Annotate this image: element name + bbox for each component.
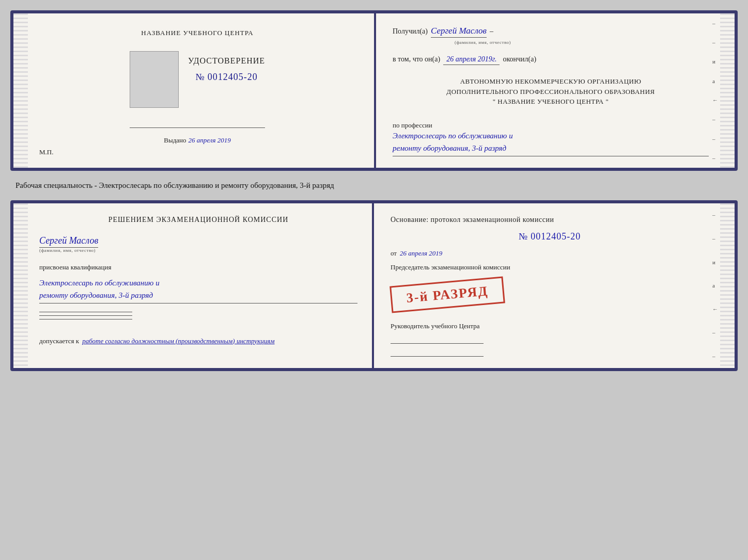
certificate-bottom: Решением экзаменационной комиссии Сергей… — [10, 200, 738, 371]
photo-placeholder — [130, 51, 179, 108]
page-wrapper: НАЗВАНИЕ УЧЕБНОГО ЦЕНТРА УДОСТОВЕРЕНИЕ №… — [10, 10, 738, 371]
dash: – — [490, 27, 493, 36]
cert-top-right: Получил(а) Сергей Маслов – (фамилия, имя… — [376, 13, 735, 168]
cert-bottom-right: Основание: протокол экзаменационной коми… — [374, 203, 735, 368]
sig-line-3 — [39, 319, 132, 319]
fio-sub-top: (фамилия, имя, отчество) — [455, 40, 709, 45]
sig-line-1 — [39, 312, 132, 312]
org-line2: ДОПОЛНИТЕЛЬНОГО ПРОФЕССИОНАЛЬНОГО ОБРАЗО… — [393, 87, 709, 97]
allowed-block: допускается к работе согласно должностны… — [39, 332, 357, 345]
profession-line1: Электрослесарь по обслуживанию и — [393, 130, 709, 142]
decision-title: Решением экзаменационной комиссии — [39, 216, 357, 224]
org-text: АВТОНОМНУЮ НЕКОММЕРЧЕСКУЮ ОРГАНИЗАЦИЮ ДО… — [393, 76, 709, 107]
allowed-label: допускается к — [39, 337, 79, 345]
inthat-prefix: в том, что он(а) — [393, 55, 440, 63]
inthat-row: в том, что он(а) 26 апреля 2019г. окончи… — [393, 55, 709, 65]
profession-label: по профессии — [393, 121, 709, 130]
sig-line-2 — [39, 315, 132, 316]
org-line3: " НАЗВАНИЕ УЧЕБНОГО ЦЕНТРА " — [393, 97, 709, 107]
certificate-top: НАЗВАНИЕ УЧЕБНОГО ЦЕНТРА УДОСТОВЕРЕНИЕ №… — [10, 10, 738, 171]
signature-block-bottom — [39, 312, 357, 319]
inthat-date: 26 апреля 2019г. — [443, 55, 500, 65]
allowed-value: работе согласно должностным (производств… — [82, 337, 274, 345]
sig-line-right — [391, 343, 484, 344]
protocol-date-row: от 26 апреля 2019 — [391, 249, 709, 258]
stamp-box: 3-й РАЗРЯД — [389, 276, 505, 313]
cert-center-block: УДОСТОВЕРЕНИЕ № 0012405-20 Выдано 26 апр… — [130, 47, 265, 148]
mp-label: М.П. — [39, 148, 53, 156]
qualification-value: Электрослесарь по обслуживанию и ремонту… — [39, 277, 357, 303]
org-line1: АВТОНОМНУЮ НЕКОММЕРЧЕСКУЮ ОРГАНИЗАЦИЮ — [393, 76, 709, 87]
school-name-top: НАЗВАНИЕ УЧЕБНОГО ЦЕНТРА — [141, 29, 253, 37]
received-name: Сергей Маслов — [431, 26, 487, 38]
fio-sub-bottom: (фамилия, имя, отчество) — [39, 248, 357, 253]
sig-line-right-2 — [391, 356, 484, 357]
chairman-label: Председатель экзаменационной комиссии — [391, 263, 709, 272]
qual-line2: ремонту оборудования, 3-й разряд — [39, 289, 357, 301]
issued-label: Выдано — [164, 136, 186, 145]
received-row: Получил(а) Сергей Маслов – — [393, 26, 709, 38]
basis-label: Основание: протокол экзаменационной коми… — [391, 216, 709, 224]
person-name-bottom: Сергей Маслов — [39, 235, 98, 248]
issued-date: 26 апреля 2019 — [189, 136, 231, 145]
received-prefix: Получил(а) — [393, 27, 428, 36]
date-issued-block: Выдано 26 апреля 2019 — [164, 136, 230, 145]
qual-line1: Электрослесарь по обслуживанию и — [39, 277, 357, 289]
cert-title: УДОСТОВЕРЕНИЕ — [188, 56, 265, 66]
protocol-date: 26 апреля 2019 — [400, 249, 442, 258]
cert-bottom-left: Решением экзаменационной комиссии Сергей… — [13, 203, 372, 368]
protocol-number: № 0012405-20 — [391, 231, 709, 242]
allowed-row: допускается к работе согласно должностны… — [39, 332, 357, 345]
cert-number: № 0012405-20 — [195, 72, 258, 83]
finished-word: окончил(а) — [503, 55, 536, 63]
head-label: Руководитель учебного Центра — [391, 322, 709, 331]
profession-block: по профессии Электрослесарь по обслужива… — [393, 118, 709, 156]
person-block-bottom: Сергей Маслов (фамилия, имя, отчество) — [39, 235, 357, 253]
middle-text: Рабочая специальность - Электрослесарь п… — [10, 180, 738, 191]
profession-line2: ремонту оборудования, 3-й разряд — [393, 142, 709, 154]
qualification-label: присвоена квалификация — [39, 263, 357, 271]
protocol-date-prefix: от — [391, 249, 397, 258]
profession-value: Электрослесарь по обслуживанию и ремонту… — [393, 130, 709, 156]
cert-top-left: НАЗВАНИЕ УЧЕБНОГО ЦЕНТРА УДОСТОВЕРЕНИЕ №… — [13, 13, 374, 168]
